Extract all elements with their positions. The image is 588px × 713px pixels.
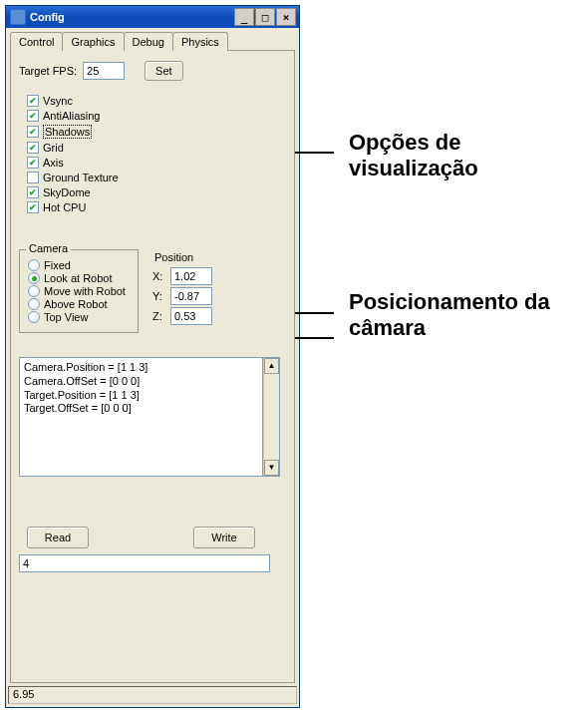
close-button[interactable]: ×: [276, 8, 296, 26]
window-title: Config: [30, 11, 65, 23]
annotation-view-options: Opções de visualização: [349, 130, 588, 182]
radio-icon: [28, 285, 40, 297]
radio-label: Above Robot: [44, 298, 108, 310]
checkbox-label: Grid: [43, 142, 64, 154]
checkbox-label: Hot CPU: [43, 201, 86, 213]
checkbox-icon: [27, 186, 39, 198]
checkbox-label: Ground Texture: [43, 172, 119, 183]
radio-fixed[interactable]: Fixed: [28, 259, 130, 271]
position-y-label: Y:: [152, 290, 166, 302]
set-fps-button[interactable]: Set: [145, 61, 183, 81]
radio-icon: [28, 272, 40, 284]
position-x-input[interactable]: [170, 267, 212, 285]
position-y-input[interactable]: [170, 287, 212, 305]
write-button[interactable]: Write: [193, 527, 255, 548]
config-window: Config _ □ × Control Graphics Debug Phys…: [5, 5, 300, 708]
rw-value-input[interactable]: [19, 554, 270, 572]
checkbox-icon: [27, 142, 39, 154]
radio-label: Move with Robot: [44, 285, 126, 297]
camera-fieldset: Camera Fixed Look at Robot Move with Rob…: [19, 249, 139, 333]
tab-panel-graphics: Target FPS: Set Vsync AntiAliasing Shado…: [10, 50, 295, 683]
radio-icon: [28, 311, 40, 323]
titlebar[interactable]: Config _ □ ×: [6, 6, 299, 28]
checkbox-icon: [27, 95, 39, 107]
position-z-label: Z:: [152, 310, 166, 322]
view-options-list: Vsync AntiAliasing Shadows Grid Axis: [27, 95, 286, 213]
log-scrollbar[interactable]: ▲ ▼: [263, 358, 279, 476]
radio-move-with-robot[interactable]: Move with Robot: [28, 285, 130, 297]
radio-above-robot[interactable]: Above Robot: [28, 298, 130, 310]
minimize-button[interactable]: _: [234, 8, 254, 26]
log-line: Camera.OffSet = [0 0 0]: [24, 375, 140, 387]
status-value: 6.95: [13, 688, 34, 700]
checkbox-label: AntiAliasing: [43, 110, 100, 122]
position-title: Position: [154, 251, 212, 263]
checkbox-hot-cpu[interactable]: Hot CPU: [27, 201, 286, 213]
app-icon: [10, 9, 26, 25]
radio-label: Look at Robot: [44, 272, 113, 284]
tab-bar: Control Graphics Debug Physics: [10, 32, 295, 51]
log-textarea[interactable]: Camera.Position = [1 1 3] Camera.OffSet …: [19, 357, 280, 477]
position-x-label: X:: [152, 270, 166, 282]
radio-top-view[interactable]: Top View: [28, 311, 130, 323]
radio-label: Top View: [44, 311, 88, 323]
radio-look-at-robot[interactable]: Look at Robot: [28, 272, 130, 284]
tab-control[interactable]: Control: [10, 32, 63, 51]
status-bar: 6.95: [8, 686, 297, 704]
checkbox-icon: [27, 172, 39, 183]
checkbox-icon: [27, 126, 39, 138]
checkbox-label: Shadows: [43, 125, 92, 139]
scroll-down-icon[interactable]: ▼: [264, 460, 279, 476]
checkbox-skydome[interactable]: SkyDome: [27, 186, 286, 198]
checkbox-antialiasing[interactable]: AntiAliasing: [27, 110, 286, 122]
log-line: Target.OffSet = [0 0 0]: [24, 402, 132, 414]
tab-graphics[interactable]: Graphics: [62, 32, 124, 51]
checkbox-shadows[interactable]: Shadows: [27, 125, 286, 139]
annotation-camera-position: Posicionamento da câmara: [349, 289, 588, 342]
checkbox-icon: [27, 157, 39, 169]
checkbox-ground-texture[interactable]: Ground Texture: [27, 172, 286, 183]
log-line: Camera.Position = [1 1 3]: [24, 361, 147, 373]
position-z-input[interactable]: [170, 307, 212, 325]
radio-icon: [28, 259, 40, 271]
read-button[interactable]: Read: [27, 527, 89, 548]
checkbox-label: SkyDome: [43, 186, 91, 198]
checkbox-label: Axis: [43, 157, 64, 169]
checkbox-axis[interactable]: Axis: [27, 157, 286, 169]
checkbox-label: Vsync: [43, 95, 73, 107]
target-fps-input[interactable]: [83, 62, 125, 80]
checkbox-icon: [27, 110, 39, 122]
target-fps-label: Target FPS:: [19, 65, 77, 77]
checkbox-grid[interactable]: Grid: [27, 142, 286, 154]
camera-legend: Camera: [26, 242, 71, 254]
tab-physics[interactable]: Physics: [172, 32, 228, 51]
maximize-button[interactable]: □: [255, 8, 275, 26]
tab-debug[interactable]: Debug: [124, 32, 173, 51]
radio-label: Fixed: [44, 259, 71, 271]
radio-icon: [28, 298, 40, 310]
position-block: Position X: Y: Z:: [152, 249, 212, 333]
log-line: Target.Position = [1 1 3]: [24, 389, 140, 401]
scroll-up-icon[interactable]: ▲: [264, 358, 279, 374]
checkbox-vsync[interactable]: Vsync: [27, 95, 286, 107]
checkbox-icon: [27, 201, 39, 213]
